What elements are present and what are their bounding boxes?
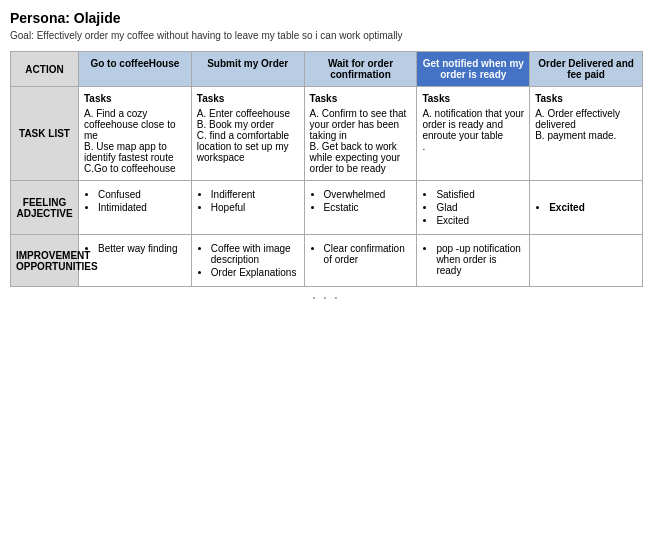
list-item: Satisfied	[436, 189, 524, 200]
header-col1: Go to coffeeHouse	[79, 52, 192, 87]
persona-goal: Goal: Effectively order my coffee withou…	[10, 30, 643, 41]
list-item: Coffee with image description	[211, 243, 299, 265]
task-list-row: TASK LIST Tasks A. Find a cozy coffeehou…	[11, 87, 643, 181]
task-list-col1-items: A. Find a cozy coffeehouse close to me B…	[84, 108, 186, 174]
feeling-col2: Indifferent Hopeful	[191, 181, 304, 235]
feeling-label: FEELING ADJECTIVE	[11, 181, 79, 235]
list-item: Better way finding	[98, 243, 186, 254]
task-list-col3: Tasks A. Confirm to see that your order …	[304, 87, 417, 181]
feeling-col3: Overwhelmed Ecstatic	[304, 181, 417, 235]
list-item: Excited	[549, 202, 637, 213]
improvement-label: IMPROVEMENT OPPORTUNITIES	[11, 235, 79, 287]
list-item: Hopeful	[211, 202, 299, 213]
list-item: Intimidated	[98, 202, 186, 213]
task-list-col3-items: A. Confirm to see that your order has be…	[310, 108, 412, 174]
task-list-col3-label: Tasks	[310, 93, 412, 104]
task-list-col4: Tasks A. notification that your order is…	[417, 87, 530, 181]
header-col5: Order Delivered and fee paid	[530, 52, 643, 87]
list-item: Glad	[436, 202, 524, 213]
list-item: Ecstatic	[324, 202, 412, 213]
list-item: Excited	[436, 215, 524, 226]
task-list-col2: Tasks A. Enter coffeehouse B. Book my or…	[191, 87, 304, 181]
task-list-col2-label: Tasks	[197, 93, 299, 104]
list-item: Clear confirmation of order	[324, 243, 412, 265]
task-list-col4-items: A. notification that your order is ready…	[422, 108, 524, 152]
feeling-row: FEELING ADJECTIVE Confused Intimidated I…	[11, 181, 643, 235]
task-list-col5-label: Tasks	[535, 93, 637, 104]
improvement-row: IMPROVEMENT OPPORTUNITIES Better way fin…	[11, 235, 643, 287]
list-item: Order Explanations	[211, 267, 299, 278]
improvement-col4: pop -up notification when order is ready	[417, 235, 530, 287]
header-col4: Get notified when my order is ready	[417, 52, 530, 87]
list-item: pop -up notification when order is ready	[436, 243, 524, 276]
improvement-col3: Clear confirmation of order	[304, 235, 417, 287]
task-list-col4-label: Tasks	[422, 93, 524, 104]
task-list-label: TASK LIST	[11, 87, 79, 181]
header-col3: Wait for order confirmation	[304, 52, 417, 87]
list-item: Indifferent	[211, 189, 299, 200]
list-item: Overwhelmed	[324, 189, 412, 200]
list-item: Confused	[98, 189, 186, 200]
improvement-col2: Coffee with image description Order Expl…	[191, 235, 304, 287]
footer-dots: • • •	[10, 293, 643, 302]
task-list-col5-items: A. Order effectively delivered B. paymen…	[535, 108, 637, 141]
task-list-col2-items: A. Enter coffeehouse B. Book my order C.…	[197, 108, 299, 163]
task-list-col5: Tasks A. Order effectively delivered B. …	[530, 87, 643, 181]
task-list-col1-label: Tasks	[84, 93, 186, 104]
feeling-col5: Excited	[530, 181, 643, 235]
task-list-col1: Tasks A. Find a cozy coffeehouse close t…	[79, 87, 192, 181]
persona-title: Persona: Olajide	[10, 10, 643, 26]
header-col2: Submit my Order	[191, 52, 304, 87]
improvement-col5	[530, 235, 643, 287]
header-action: ACTION	[11, 52, 79, 87]
feeling-col1: Confused Intimidated	[79, 181, 192, 235]
feeling-col4: Satisfied Glad Excited	[417, 181, 530, 235]
